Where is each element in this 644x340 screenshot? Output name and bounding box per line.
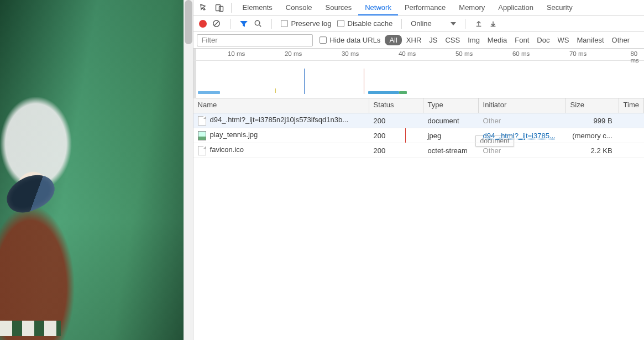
table-row[interactable]: favicon.ico200octet-streamOther2.2 KB xyxy=(193,143,644,158)
type-pill-js[interactable]: JS xyxy=(426,35,441,45)
timeline-marker xyxy=(364,69,365,94)
file-name: play_tennis.jpg xyxy=(210,130,258,139)
devtools-panel: ElementsConsoleSourcesNetworkPerformance… xyxy=(193,0,644,340)
col-size[interactable]: Size xyxy=(566,98,619,113)
page-preview xyxy=(0,0,184,340)
cell-name: d94_.html?_ijt=i3785n2j10js573ifsqd1n3b.… xyxy=(193,114,369,127)
toolbar-sep-3 xyxy=(401,19,402,29)
file-icon xyxy=(198,146,206,155)
file-name: d94_.html?_ijt=i3785n2j10js573ifsqd1n3b.… xyxy=(210,116,348,124)
col-initiator[interactable]: Initiator xyxy=(479,98,566,113)
throttling-select[interactable]: Online xyxy=(411,19,456,28)
disable-cache-label: Disable cache xyxy=(348,19,393,28)
col-status[interactable]: Status xyxy=(369,98,423,113)
type-pill-img[interactable]: Img xyxy=(464,35,483,45)
cell-initiator: Other xyxy=(479,145,566,156)
timeline-body xyxy=(193,61,644,98)
cell-name: play_tennis.jpg xyxy=(193,129,369,142)
type-pill-all[interactable]: All xyxy=(385,35,401,45)
cell-initiator: Other xyxy=(479,115,566,127)
clear-icon[interactable] xyxy=(212,19,221,28)
timeline-marker xyxy=(275,88,276,93)
cell-size: 2.2 KB xyxy=(566,145,619,156)
type-pill-doc[interactable]: Doc xyxy=(533,35,553,45)
col-type[interactable]: Type xyxy=(423,98,479,113)
tab-security[interactable]: Security xyxy=(540,1,579,14)
table-body: document d94_.html?_ijt=i3785n2j10js573i… xyxy=(193,113,644,340)
tab-network[interactable]: Network xyxy=(358,1,398,15)
preview-image xyxy=(0,0,184,340)
svg-rect-0 xyxy=(216,4,220,11)
network-table: Name Status Type Initiator Size Time doc… xyxy=(193,98,644,340)
throttling-label: Online xyxy=(411,19,432,28)
toolbar-sep-1 xyxy=(230,19,231,29)
col-time[interactable]: Time xyxy=(619,98,644,113)
type-pill-other[interactable]: Other xyxy=(609,35,633,45)
timeline-ticks: 10 ms20 ms30 ms40 ms50 ms60 ms70 ms80 ms xyxy=(193,49,644,61)
filter-icon[interactable] xyxy=(239,19,248,28)
type-pill-manifest[interactable]: Manifest xyxy=(573,35,607,45)
type-pill-xhr[interactable]: XHR xyxy=(403,35,425,45)
image-icon xyxy=(198,131,206,140)
type-filter-pills: AllXHRJSCSSImgMediaFontDocWSManifestOthe… xyxy=(385,35,633,45)
cell-status: 200 xyxy=(369,145,423,156)
timeline-tick: 10 ms xyxy=(228,50,245,57)
cell-time xyxy=(619,119,644,122)
type-pill-css[interactable]: CSS xyxy=(442,35,463,45)
timeline-tick: 50 ms xyxy=(455,50,473,57)
type-pill-media[interactable]: Media xyxy=(484,35,510,45)
cell-time xyxy=(619,134,644,137)
upload-har-icon[interactable] xyxy=(474,19,483,28)
timeline-bar xyxy=(198,91,220,94)
type-pill-ws[interactable]: WS xyxy=(554,35,572,45)
col-name[interactable]: Name xyxy=(193,98,369,113)
tab-performance[interactable]: Performance xyxy=(398,1,452,14)
cell-size: 999 B xyxy=(566,115,619,127)
table-header: Name Status Type Initiator Size Time xyxy=(193,98,644,113)
inspect-icon[interactable] xyxy=(197,1,211,15)
chevron-down-icon xyxy=(451,22,456,25)
toolbar-sep-4 xyxy=(465,19,465,29)
cell-name: favicon.ico xyxy=(193,144,369,156)
disable-cache-checkbox[interactable]: Disable cache xyxy=(337,19,393,28)
filter-input[interactable] xyxy=(197,34,313,46)
checkbox-icon xyxy=(281,20,288,27)
checkbox-icon xyxy=(320,36,327,44)
cell-time xyxy=(619,149,644,152)
preview-scroll-thumb[interactable] xyxy=(185,0,192,44)
timeline-marker xyxy=(304,69,305,94)
timeline-tick: 30 ms xyxy=(342,50,359,57)
device-toggle-icon[interactable] xyxy=(212,1,227,15)
network-timeline[interactable]: 10 ms20 ms30 ms40 ms50 ms60 ms70 ms80 ms xyxy=(193,49,644,98)
file-icon xyxy=(198,116,206,125)
file-name: favicon.ico xyxy=(210,145,244,154)
tab-console[interactable]: Console xyxy=(279,1,319,14)
cell-type: document xyxy=(423,115,479,127)
network-filterbar: Hide data URLs AllXHRJSCSSImgMediaFontDo… xyxy=(193,32,644,49)
timeline-bar xyxy=(368,91,399,94)
checkbox-icon xyxy=(337,20,344,27)
devtools-tabbar: ElementsConsoleSourcesNetworkPerformance… xyxy=(193,0,644,15)
preserve-log-label: Preserve log xyxy=(291,19,332,28)
cell-status: 200 xyxy=(369,130,423,142)
timeline-tick: 40 ms xyxy=(399,50,416,57)
preserve-log-checkbox[interactable]: Preserve log xyxy=(281,19,332,28)
record-button[interactable] xyxy=(199,20,207,28)
tab-elements[interactable]: Elements xyxy=(236,1,279,14)
cell-size: (memory c... xyxy=(566,130,619,142)
tabbar-separator xyxy=(231,3,232,13)
preview-scrollbar[interactable] xyxy=(184,0,193,340)
tab-memory[interactable]: Memory xyxy=(452,1,491,14)
cell-type: jpeg xyxy=(423,130,479,142)
cell-type: octet-stream xyxy=(423,145,479,156)
tab-sources[interactable]: Sources xyxy=(319,1,359,14)
type-pill-font[interactable]: Font xyxy=(511,35,532,45)
timeline-tick: 20 ms xyxy=(285,50,302,57)
timeline-tick: 60 ms xyxy=(512,50,530,57)
hide-data-urls-checkbox[interactable]: Hide data URLs xyxy=(320,36,381,44)
tab-application[interactable]: Application xyxy=(491,1,540,14)
download-har-icon[interactable] xyxy=(489,19,498,28)
search-icon[interactable] xyxy=(254,19,263,28)
table-row[interactable]: play_tennis.jpg200jpegd94_.html?_ijt=i37… xyxy=(193,128,644,143)
table-row[interactable]: d94_.html?_ijt=i3785n2j10js573ifsqd1n3b.… xyxy=(193,113,644,128)
